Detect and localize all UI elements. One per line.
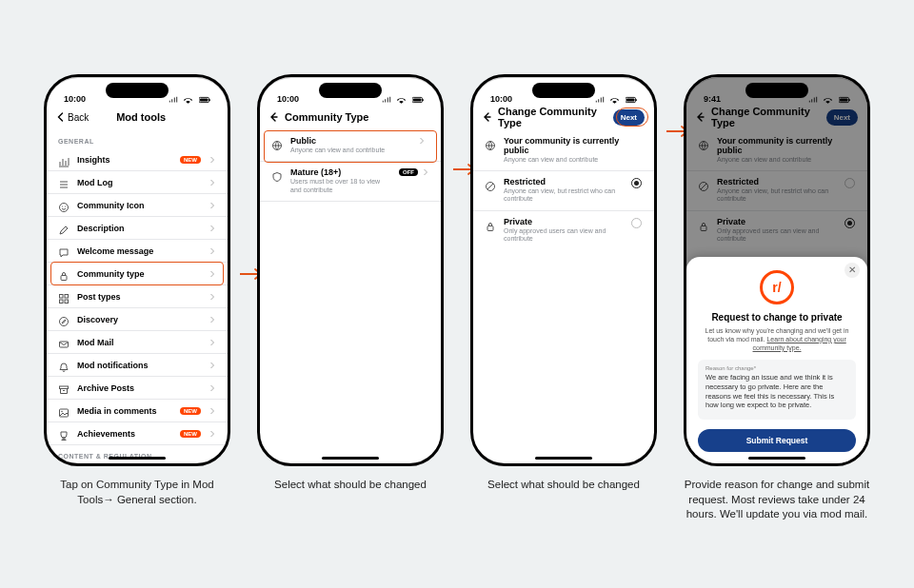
back-button[interactable]	[483, 108, 492, 126]
chevron-right-icon	[209, 179, 216, 186]
row-community-icon[interactable]: Community Icon	[47, 194, 228, 217]
status-time: 10:00	[277, 94, 299, 104]
svg-rect-7	[60, 294, 64, 298]
row-community-type[interactable]: Community type	[47, 263, 228, 285]
step-caption-4: Provide reason for change and submit req…	[684, 478, 870, 522]
svg-rect-18	[413, 98, 421, 101]
svg-rect-9	[60, 300, 64, 304]
chevron-right-icon	[418, 137, 426, 145]
svg-rect-6	[61, 275, 67, 280]
svg-rect-2	[209, 99, 210, 101]
status-icons	[379, 94, 426, 104]
archive-icon	[58, 382, 70, 394]
row-insights[interactable]: InsightsNEW	[47, 148, 228, 171]
choice-private[interactable]: PrivateOnly approved users can view and …	[473, 211, 654, 250]
row-welcome-message[interactable]: Welcome message	[47, 240, 228, 263]
svg-rect-26	[487, 225, 493, 230]
svg-point-11	[60, 317, 69, 325]
dynamic-island	[319, 83, 382, 98]
row-mod-mail[interactable]: Mod Mail	[47, 331, 228, 354]
reason-label: Reason for change*	[705, 365, 848, 371]
dynamic-island	[532, 83, 595, 98]
option-mature[interactable]: Mature (18+)Users must be over 18 to vie…	[260, 162, 441, 202]
nav-bar: Community Type	[260, 104, 441, 130]
row-description[interactable]: Description	[47, 217, 228, 240]
row-mod-notifications[interactable]: Mod notifications	[47, 354, 228, 377]
home-indicator	[322, 457, 379, 460]
grid-icon	[58, 291, 70, 303]
home-indicator	[535, 457, 592, 460]
chevron-right-icon	[209, 384, 216, 392]
list-icon	[58, 177, 70, 188]
step-1: 10:00 Back Mod tools GENE	[44, 74, 230, 507]
svg-rect-10	[65, 300, 69, 304]
new-badge: NEW	[180, 430, 201, 438]
svg-rect-23	[636, 99, 637, 101]
nav-bar: Change Community Type Next	[473, 104, 654, 130]
chevron-right-icon	[209, 156, 216, 164]
svg-rect-13	[60, 386, 69, 389]
row-achievements[interactable]: AchievementsNEW	[47, 422, 228, 445]
step-3: 10:00 Change Community Type Next	[470, 74, 657, 493]
close-icon: ✕	[848, 265, 856, 275]
svg-point-15	[61, 410, 63, 412]
back-button[interactable]	[269, 108, 279, 126]
page-title: Community Type	[285, 111, 431, 123]
status-time: 10:00	[490, 94, 512, 104]
dynamic-island	[745, 83, 808, 98]
sheet-description: Let us know why you're changing and we'l…	[702, 326, 852, 352]
page-title: Mod tools	[94, 111, 188, 123]
reason-value: We are facing an issue and we think it i…	[705, 373, 848, 410]
chevron-right-icon	[209, 339, 216, 346]
back-button[interactable]: Back	[56, 112, 89, 123]
status-time: 10:00	[64, 94, 86, 104]
row-post-types[interactable]: Post types	[47, 285, 228, 308]
current-status: Your community is currently publicAnyone…	[473, 130, 654, 171]
row-archive-posts[interactable]: Archive Posts	[47, 377, 228, 400]
close-button[interactable]: ✕	[844, 263, 860, 278]
option-public[interactable]: PublicAnyone can view and contribute	[260, 130, 441, 162]
row-media-in-comments[interactable]: Media in commentsNEW	[47, 400, 228, 422]
general-list: InsightsNEW Mod Log Community Icon Descr…	[47, 148, 228, 445]
row-mod-log[interactable]: Mod Log	[47, 171, 228, 194]
deny-icon	[485, 179, 496, 190]
dynamic-island	[106, 83, 169, 98]
sheet-title: Request to change to private	[698, 312, 856, 323]
new-badge: NEW	[180, 407, 201, 415]
svg-point-5	[65, 206, 66, 206]
status-icons	[592, 94, 639, 104]
status-icons	[166, 94, 212, 104]
globe-icon	[271, 138, 283, 149]
phone-frame-2: 10:00 Community Type P	[257, 74, 444, 466]
reason-field[interactable]: Reason for change* We are facing an issu…	[698, 360, 856, 420]
step-caption-3: Select what should be changed	[487, 478, 640, 493]
radio-unselected[interactable]	[631, 218, 642, 228]
section-header-general: GENERAL	[47, 130, 228, 148]
step-4: 9:41 Change Community Type Next	[684, 74, 870, 522]
chat-icon	[58, 245, 70, 257]
learn-link[interactable]: Learn about changing your community type…	[753, 336, 846, 351]
section-header-content: CONTENT & REGULATION	[47, 445, 228, 463]
choice-restricted[interactable]: RestrictedAnyone can view, but restrict …	[473, 171, 654, 211]
page-title: Change Community Type	[498, 106, 607, 128]
lock-icon	[58, 268, 70, 280]
brand-icon: r/	[760, 270, 794, 304]
radio-selected[interactable]	[631, 178, 642, 188]
compass-icon	[58, 314, 70, 325]
highlight-next	[616, 108, 648, 127]
shield-icon	[271, 169, 283, 181]
svg-rect-19	[423, 99, 424, 101]
off-toggle[interactable]: OFF	[399, 168, 418, 176]
chevron-right-icon	[209, 202, 216, 209]
step-caption-2: Select what should be changed	[274, 478, 427, 493]
tutorial-stage: 10:00 Back Mod tools GENE	[0, 0, 914, 588]
svg-point-3	[60, 203, 69, 211]
submit-button[interactable]: Submit Request	[698, 429, 856, 452]
svg-point-4	[62, 206, 63, 206]
chevron-right-icon	[209, 293, 216, 301]
row-discovery[interactable]: Discovery	[47, 308, 228, 331]
pencil-icon	[58, 223, 70, 234]
svg-rect-22	[626, 98, 634, 101]
request-sheet: ✕ r/ Request to change to private Let us…	[686, 257, 867, 463]
chevron-right-icon	[209, 407, 216, 415]
